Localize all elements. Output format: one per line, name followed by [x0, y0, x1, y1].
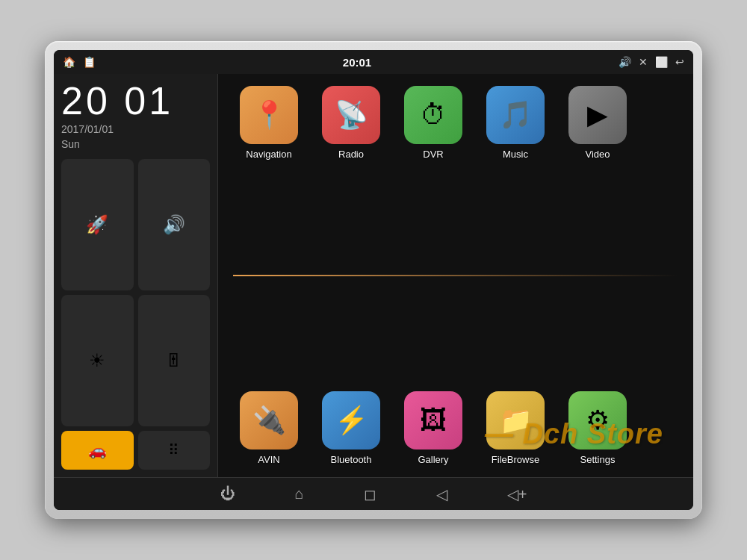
status-left-icons: 🏠 📋	[63, 56, 96, 68]
power-nav-button[interactable]: ⏻	[213, 481, 243, 507]
left-panel: 20 01 2017/01/01 Sun 🚀 🔊 ☀ 🎚 🚗 ⠿	[54, 74, 218, 477]
dvr-label: DVR	[423, 149, 443, 160]
music-icon: 🎵	[486, 86, 545, 144]
brightness-button[interactable]: ☀	[61, 295, 134, 426]
volume-button[interactable]: 🔊	[138, 159, 211, 290]
clock-time: 20 01	[61, 81, 210, 120]
launch-button[interactable]: 🚀	[61, 159, 134, 290]
video-label: Video	[585, 149, 610, 160]
avin-label: AVIN	[258, 454, 279, 465]
device-frame: 🏠 📋 20:01 🔊 ✕ ⬜ ↩ 20 01 2017/01/01 Sun	[45, 41, 702, 519]
home-status-icon: 🏠	[63, 56, 75, 68]
app-radio[interactable]: 📡 Radio	[315, 86, 387, 160]
app-navigation[interactable]: 📍 Navigation	[233, 86, 305, 160]
back-status-icon: ↩	[675, 56, 684, 68]
filebrowse-label: FileBrowse	[492, 454, 539, 465]
gallery-icon: 🖼	[404, 391, 462, 449]
app-row-2: 🔌 AVIN ⚡ Bluetooth 🖼 Gallery 📁 FileBrows…	[233, 391, 678, 465]
app-avin[interactable]: 🔌 AVIN	[233, 391, 305, 465]
navigation-icon: 📍	[240, 86, 298, 144]
status-time: 20:01	[343, 56, 371, 69]
app-bluetooth[interactable]: ⚡ Bluetooth	[315, 391, 387, 465]
settings-label: Settings	[580, 454, 616, 465]
main-area: 20 01 2017/01/01 Sun 🚀 🔊 ☀ 🎚 🚗 ⠿	[54, 74, 693, 477]
app-video[interactable]: ▶ Video	[562, 86, 633, 160]
status-bar: 🏠 📋 20:01 🔊 ✕ ⬜ ↩	[54, 50, 693, 74]
clipboard-status-icon: 📋	[83, 56, 96, 68]
device-screen: 🏠 📋 20:01 🔊 ✕ ⬜ ↩ 20 01 2017/01/01 Sun	[54, 50, 693, 510]
filebrowse-icon: 📁	[486, 391, 545, 449]
left-bottom-buttons: 🚗 ⠿	[61, 431, 210, 470]
app-filebrowse[interactable]: 📁 FileBrowse	[480, 391, 551, 465]
forward-nav-button[interactable]: ◁+	[500, 481, 535, 508]
music-label: Music	[503, 149, 528, 160]
bluetooth-icon: ⚡	[322, 391, 380, 449]
navigation-label: Navigation	[246, 149, 291, 160]
clock-display: 20 01 2017/01/01 Sun	[61, 81, 210, 150]
row-divider	[233, 275, 678, 276]
bluetooth-label: Bluetooth	[331, 454, 372, 465]
app-gallery[interactable]: 🖼 Gallery	[397, 391, 469, 465]
gallery-label: Gallery	[418, 454, 448, 465]
video-icon: ▶	[568, 86, 627, 144]
radio-label: Radio	[338, 149, 364, 160]
clock-date: 2017/01/01	[61, 123, 210, 135]
settings-icon: ⚙	[568, 391, 627, 449]
avin-icon: 🔌	[240, 391, 298, 449]
close-status-icon: ✕	[639, 56, 648, 68]
car-mode-button[interactable]: 🚗	[61, 431, 134, 470]
android-nav-button[interactable]: ◻	[356, 481, 384, 508]
dvr-icon: ⏱	[404, 86, 462, 144]
app-music[interactable]: 🎵 Music	[480, 86, 551, 160]
home-nav-button[interactable]: ⌂	[288, 481, 311, 507]
left-quick-buttons: 🚀 🔊 ☀ 🎚	[61, 159, 210, 426]
square-status-icon: ⬜	[655, 56, 668, 68]
equalizer-button[interactable]: 🎚	[138, 295, 211, 426]
app-settings[interactable]: ⚙ Settings	[562, 391, 633, 465]
status-right-icons: 🔊 ✕ ⬜ ↩	[619, 56, 684, 68]
radio-icon: 📡	[322, 86, 380, 144]
app-row-1: 📍 Navigation 📡 Radio ⏱ DVR 🎵 Music	[233, 86, 678, 160]
app-grid-area: 📍 Navigation 📡 Radio ⏱ DVR 🎵 Music	[218, 74, 693, 477]
bottom-nav-bar: ⏻ ⌂ ◻ ◁ ◁+	[54, 477, 693, 510]
back-nav-button[interactable]: ◁	[429, 481, 455, 508]
volume-status-icon: 🔊	[619, 56, 631, 68]
clock-day: Sun	[61, 138, 210, 150]
app-dvr[interactable]: ⏱ DVR	[397, 86, 469, 160]
apps-grid-button[interactable]: ⠿	[138, 431, 211, 470]
